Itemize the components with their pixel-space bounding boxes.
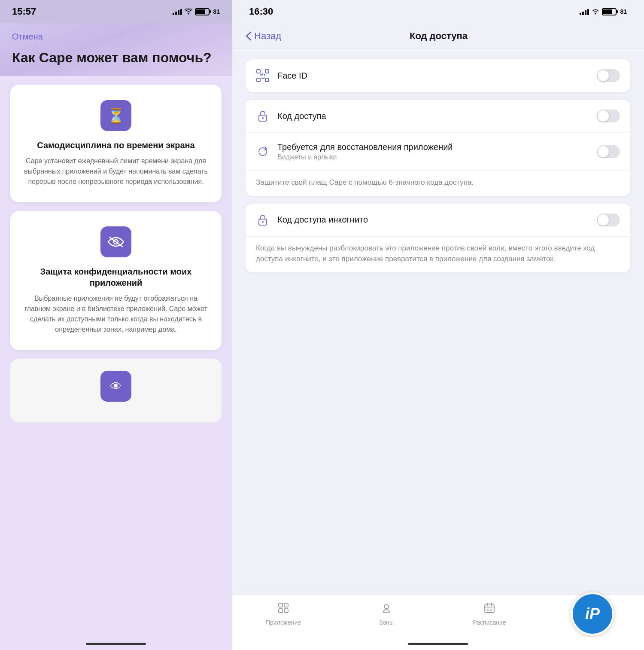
tab-zones[interactable]: Зоны [335,602,438,626]
face-id-text: Face ID [277,71,589,81]
face-id-row: Face ID [246,59,630,92]
restore-text: Требуется для восстановления приложений … [277,142,589,161]
restore-row: Требуется для восстановления приложений … [246,133,630,171]
time-right: 16:30 [249,6,273,17]
tab-schedule-label: Расписание [473,619,506,626]
svg-point-7 [264,74,265,76]
passcode-label: Код доступа [277,111,589,121]
phone-left: 15:57 81 Отмена Как Саре может вам помоч… [0,0,232,650]
svg-rect-16 [284,609,288,613]
back-label: Назад [254,31,281,42]
home-indicator-left [0,637,232,650]
wifi-icon-left [185,9,192,15]
passcode-section: Код доступа Требуется для восстановления… [246,100,630,196]
ip-logo-container: iP [541,592,644,635]
incognito-label: Код доступа инкогнито [277,215,589,225]
lock-icon-2 [256,213,270,227]
feature-card-2: Защита конфиденциальности моих приложени… [10,211,222,350]
passcode-row: Код доступа [246,100,630,133]
svg-point-6 [260,74,262,76]
svg-point-17 [384,604,389,609]
phone-right: 16:30 81 Назад Код д [232,0,644,650]
eye-slash-icon [100,226,131,257]
app-icon [277,602,289,617]
face-id-section: Face ID [246,59,630,92]
face-id-toggle[interactable] [597,69,620,82]
tab-app-label: Приложение [266,619,301,626]
restore-label: Требуется для восстановления приложений [277,142,589,152]
face-id-icon [256,69,270,82]
svg-rect-2 [257,70,260,73]
battery-text-right: 81 [620,8,627,15]
svg-rect-18 [485,604,494,613]
tab-app[interactable]: Приложение [232,602,335,626]
svg-rect-4 [257,78,260,82]
svg-rect-14 [284,603,288,607]
svg-rect-5 [265,78,269,82]
cancel-button[interactable]: Отмена [12,32,220,42]
card-title-1: Самодисциплина по времени экрана [37,140,195,151]
passcode-text: Код доступа [277,111,589,121]
partial-icon: 👁 [100,371,131,402]
battery-text-left: 81 [213,8,220,15]
left-header-bg: Отмена Как Саре может вам помочь? [0,23,232,76]
incognito-note: Когда вы вынуждены разблокировать это пр… [246,237,630,272]
main-title: Как Саре может вам помочь? [12,49,220,66]
battery-icon-right [602,8,617,15]
card-desc-2: Выбранные приложения не будут отображать… [22,293,210,335]
schedule-icon [483,602,495,617]
incognito-text: Код доступа инкогнито [277,215,589,225]
home-bar-left [86,643,146,645]
incognito-section: Код доступа инкогнито Когда вы вынуждены… [246,204,630,272]
card-desc-1: Саре установит ежедневный лимит времени … [22,156,210,187]
svg-point-12 [262,221,264,223]
home-indicator-right [232,637,644,650]
signal-icon-left [173,8,182,15]
passcode-note: Защитите свой плащ Саре с помощью 6-знач… [246,171,630,196]
ip-logo: iP [571,592,614,635]
passcode-toggle[interactable] [597,110,620,122]
lock-icon-1 [256,109,270,123]
time-left: 15:57 [12,6,36,17]
restore-icon [256,145,270,159]
status-icons-right: 81 [580,8,627,15]
cards-scroll: ⏳ Самодисциплина по времени экрана Саре … [0,76,232,637]
feature-card-1: ⏳ Самодисциплина по времени экрана Саре … [10,85,222,202]
tab-zones-label: Зоны [379,619,394,626]
restore-sublabel: Виджеты и ярлыки [277,153,589,161]
back-button[interactable]: Назад [246,31,281,42]
restore-toggle[interactable] [597,145,620,158]
svg-rect-13 [279,603,283,607]
svg-rect-3 [265,70,269,73]
home-bar-right [408,643,468,645]
feature-card-3-partial: 👁 [10,359,222,422]
tab-schedule[interactable]: Расписание [438,602,541,626]
incognito-toggle[interactable] [597,214,620,226]
settings-content: Face ID Код доступа [232,49,644,594]
signal-icon-right [580,8,589,15]
status-icons-left: 81 [173,8,220,15]
battery-icon-left [195,8,210,15]
svg-rect-15 [279,609,283,613]
zones-icon [380,602,392,617]
wifi-icon-right [592,9,599,15]
status-bar-right: 16:30 81 [232,0,644,23]
status-bar-left: 15:57 81 [0,0,232,23]
svg-point-10 [262,117,264,119]
nav-title: Код доступа [281,31,596,42]
card-title-2: Защита конфиденциальности моих приложени… [22,266,210,288]
nav-bar: Назад Код доступа [232,23,644,49]
incognito-row: Код доступа инкогнито [246,204,630,237]
bottom-tabs: Приложение Зоны [232,594,644,637]
face-id-label: Face ID [277,71,589,81]
hourglass-icon: ⏳ [100,100,131,131]
